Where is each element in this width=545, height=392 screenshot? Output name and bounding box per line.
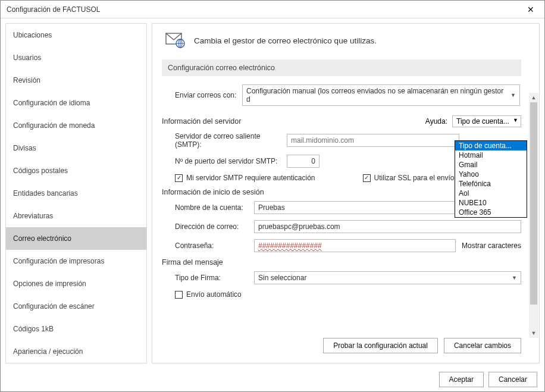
send-with-value: Configuración manual (los correos enviad… [246,87,507,104]
password-value: ################ [258,242,322,250]
account-name-label: Nombre de la cuenta: [162,203,254,212]
email-input[interactable] [254,220,521,233]
page-title: Cambia el gestor de correo electrónico q… [194,36,377,45]
ssl-checkbox[interactable] [363,174,371,182]
send-with-label: Enviar correos con: [162,91,242,99]
smtp-auth-group: Mi servidor SMTP requiere autenticación [175,174,315,182]
dropdown-option[interactable]: Yahoo [455,170,527,179]
sidebar: Ubicaciones Usuarios Revisión Configurac… [5,23,147,363]
dropdown-option[interactable]: Aol [455,189,527,198]
signature-type-label: Tipo de Firma: [162,274,254,282]
signature-type-select[interactable]: Sin seleccionar ▼ [254,271,521,284]
close-button[interactable]: ✕ [517,1,544,18]
send-with-row: Enviar correos con: Configuración manual… [162,84,521,106]
main-panel: Cambia el gestor de correo electrónico q… [152,23,540,363]
auto-send-row: Envío automático [162,290,521,299]
sidebar-item-moneda[interactable]: Configuración de moneda [6,114,146,137]
help-label: Ayuda: [425,117,447,126]
sidebar-item-idioma[interactable]: Configuración de idioma [6,92,146,114]
smtp-input[interactable] [287,134,459,147]
sidebar-item-impresoras[interactable]: Configuración de impresoras [6,250,146,272]
dialog-footer: Aceptar Cancelar [1,366,544,392]
window-title: Configuración de FACTUSOL [7,5,517,14]
sidebar-item-divisas[interactable]: Divisas [6,137,146,159]
dropdown-option[interactable]: Gmail [455,160,527,170]
mail-globe-icon [165,32,186,49]
section-header: Configuración correo electrónico [162,59,521,76]
help-group: Ayuda: Tipo de cuenta... ▼ [425,115,521,127]
signature-section-title: Firma del mensaje [162,258,521,266]
dropdown-option[interactable]: Hotmail [455,150,527,160]
sidebar-item-escaner[interactable]: Configuración de escáner [6,295,146,318]
cancel-button[interactable]: Cancelar [488,372,537,387]
smtp-label: Servidor de correo saliente (SMTP): [162,132,287,149]
auto-send-label: Envío automático [186,290,242,299]
account-type-dropdown: Tipo de cuenta... Hotmail Gmail Yahoo Te… [455,140,527,218]
auto-send-group: Envío automático [175,290,242,299]
sidebar-item-apariencia[interactable]: Apariencia / ejecución [6,340,146,363]
server-section-title: Información del servidor [162,117,241,126]
titlebar: Configuración de FACTUSOL ✕ [1,1,544,18]
chevron-down-icon: ▼ [512,275,517,281]
main-action-buttons: Probar la configuración actual Cancelar … [162,334,532,356]
dropdown-option[interactable]: Office 365 [455,208,527,217]
smtp-auth-label: Mi servidor SMTP requiere autenticación [186,174,315,182]
scroll-down-icon[interactable]: ▼ [529,328,538,338]
account-type-select[interactable]: Tipo de cuenta... ▼ [452,115,521,127]
signature-type-value: Sin seleccionar [258,274,306,282]
cancel-changes-button[interactable]: Cancelar cambios [444,338,521,353]
send-with-select[interactable]: Configuración manual (los correos enviad… [242,84,520,106]
sidebar-item-abreviaturas[interactable]: Abreviaturas [6,205,146,227]
smtp-auth-checkbox[interactable] [175,174,183,182]
ssl-label: Utilizar SSL para el envío de [374,174,465,182]
dropdown-option[interactable]: Tipo de cuenta... [455,141,527,150]
scroll-thumb[interactable] [530,102,537,305]
dropdown-option[interactable]: NUBE10 [455,198,527,208]
sidebar-item-codigos-1kb[interactable]: Códigos 1kB [6,318,146,340]
sidebar-item-correo-electronico[interactable]: Correo electrónico [6,227,146,250]
page-header: Cambia el gestor de correo electrónico q… [162,32,521,49]
email-label: Dirección de correo: [162,222,254,231]
chevron-down-icon: ▼ [510,92,516,98]
sidebar-item-ubicaciones[interactable]: Ubicaciones [6,24,146,46]
sidebar-item-entidades-bancarias[interactable]: Entidades bancarias [6,182,146,205]
test-config-button[interactable]: Probar la configuración actual [323,338,438,353]
sidebar-item-codigos-postales[interactable]: Códigos postales [6,159,146,182]
auto-send-checkbox[interactable] [175,291,183,299]
password-input[interactable]: ################ [254,239,456,252]
email-row: Dirección de correo: [162,220,521,233]
dropdown-option[interactable]: Telefónica [455,179,527,189]
password-row: Contraseña: ################ Mostrar car… [162,239,521,252]
sidebar-item-usuarios[interactable]: Usuarios [6,46,146,69]
scrollbar[interactable]: ▲ ▼ [529,93,538,338]
server-title-row: Información del servidor Ayuda: Tipo de … [162,115,521,127]
signature-type-row: Tipo de Firma: Sin seleccionar ▼ [162,271,521,284]
account-type-value: Tipo de cuenta... [456,117,509,126]
sidebar-item-opciones-impresion[interactable]: Opciones de impresión [6,272,146,295]
scroll-up-icon[interactable]: ▲ [529,93,538,102]
dialog-body: Ubicaciones Usuarios Revisión Configurac… [1,18,544,363]
show-characters-link[interactable]: Mostrar caracteres [456,242,521,250]
sidebar-item-revision[interactable]: Revisión [6,69,146,92]
password-label: Contraseña: [162,242,254,250]
ssl-group: Utilizar SSL para el envío de [363,174,465,182]
ok-button[interactable]: Aceptar [439,372,484,387]
port-input[interactable] [287,155,320,168]
dialog-window: Configuración de FACTUSOL ✕ Ubicaciones … [0,0,545,392]
port-label: Nº de puerto del servidor SMTP: [162,157,287,165]
chevron-down-icon: ▼ [513,117,518,126]
